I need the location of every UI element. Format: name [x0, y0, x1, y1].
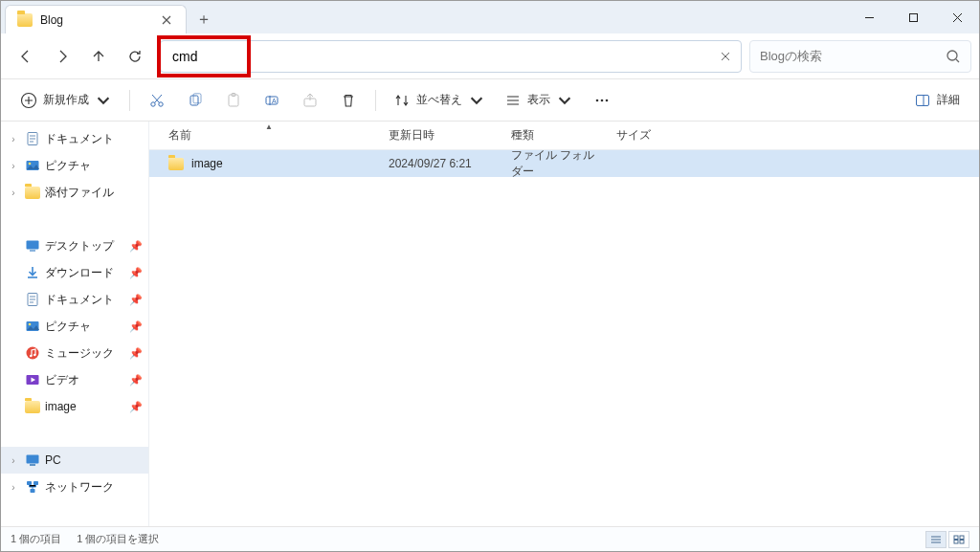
pin-icon[interactable]: 📌: [129, 347, 143, 360]
svg-text:A: A: [272, 98, 277, 104]
folder-icon: [24, 399, 41, 414]
item-count: 1 個の項目: [11, 532, 61, 546]
sidebar-item-label: 添付ファイル: [45, 185, 143, 201]
svg-point-26: [33, 354, 36, 357]
column-headers[interactable]: ▲名前 更新日時 種類 サイズ: [149, 121, 979, 150]
pin-icon[interactable]: 📌: [129, 240, 143, 253]
svg-rect-30: [27, 481, 32, 485]
col-type[interactable]: 種類: [501, 127, 607, 144]
svg-rect-28: [27, 455, 39, 464]
pin-icon[interactable]: 📌: [129, 294, 143, 306]
up-button[interactable]: [81, 39, 116, 74]
navbar: [1, 33, 979, 79]
col-name[interactable]: ▲名前: [159, 127, 379, 144]
forward-button[interactable]: [45, 39, 79, 74]
svg-point-25: [30, 355, 33, 358]
col-date[interactable]: 更新日時: [379, 127, 501, 144]
sidebar-item-label: ドキュメント: [45, 131, 143, 147]
explorer-window: Blog ＋ 新規作成: [0, 0, 980, 552]
selection-count: 1 個の項目を選択: [77, 532, 159, 546]
expand-icon[interactable]: ›: [7, 482, 20, 493]
file-type: ファイル フォルダー: [501, 147, 607, 180]
svg-rect-20: [30, 250, 35, 252]
sidebar-item-desktop[interactable]: デスクトップ 📌: [1, 232, 148, 259]
maximize-button[interactable]: [891, 1, 935, 33]
thumbnails-view-button[interactable]: [948, 531, 969, 548]
clear-address-button[interactable]: [710, 52, 741, 61]
new-tab-button[interactable]: ＋: [187, 5, 221, 33]
svg-point-23: [29, 323, 32, 326]
search-input[interactable]: [760, 49, 946, 63]
tab-current[interactable]: Blog: [5, 5, 187, 33]
sidebar-item-label: ピクチャ: [45, 319, 125, 335]
folder-icon: [24, 185, 41, 200]
share-button[interactable]: [293, 85, 327, 116]
folder-icon: [17, 13, 33, 27]
svg-point-13: [601, 99, 604, 101]
sidebar-item-label: PC: [45, 453, 143, 467]
document-icon: [24, 292, 41, 307]
sidebar-item-pc[interactable]: › PC: [1, 447, 148, 474]
sidebar-item-label: ミュージック: [45, 345, 125, 362]
video-icon: [24, 372, 41, 387]
expand-icon[interactable]: ›: [7, 161, 20, 171]
pin-icon[interactable]: 📌: [129, 320, 143, 333]
col-size[interactable]: サイズ: [607, 127, 674, 144]
expand-icon[interactable]: ›: [7, 188, 20, 198]
back-button[interactable]: [9, 39, 43, 74]
view-button[interactable]: 表示: [497, 85, 581, 116]
paste-button[interactable]: [216, 85, 251, 116]
details-pane-button[interactable]: 詳細: [906, 85, 968, 116]
close-window-button[interactable]: [935, 1, 979, 33]
sidebar[interactable]: › ドキュメント › ピクチャ › 添付ファイル デスクトップ 📌: [1, 121, 149, 526]
sidebar-item-pictures[interactable]: › ピクチャ: [1, 152, 148, 179]
refresh-button[interactable]: [118, 39, 152, 74]
music-icon: [24, 345, 41, 361]
cut-button[interactable]: [140, 85, 174, 116]
sidebar-item-attachments[interactable]: › 添付ファイル: [1, 179, 148, 206]
address-bar[interactable]: [160, 40, 742, 73]
svg-rect-0: [909, 13, 917, 21]
sidebar-item-network[interactable]: › ネットワーク: [1, 474, 148, 500]
file-list: ▲名前 更新日時 種類 サイズ image 2024/09/27 6:21 ファ…: [149, 121, 979, 526]
pin-icon[interactable]: 📌: [129, 374, 143, 386]
sidebar-item-documents-quick[interactable]: ドキュメント 📌: [1, 286, 148, 313]
pin-icon[interactable]: 📌: [129, 267, 143, 279]
address-input[interactable]: [161, 41, 710, 72]
sidebar-item-label: ドキュメント: [45, 292, 125, 308]
minimize-button[interactable]: [847, 1, 891, 33]
pin-icon[interactable]: 📌: [129, 401, 143, 413]
search-box[interactable]: [749, 40, 971, 73]
sidebar-item-music[interactable]: ミュージック 📌: [1, 340, 148, 366]
rename-button[interactable]: A: [255, 85, 289, 116]
file-row[interactable]: image 2024/09/27 6:21 ファイル フォルダー: [149, 150, 979, 177]
expand-icon[interactable]: ›: [7, 455, 20, 466]
svg-rect-34: [960, 536, 964, 540]
more-button[interactable]: [585, 85, 619, 116]
svg-rect-29: [30, 464, 35, 466]
sidebar-item-pictures-quick[interactable]: ピクチャ 📌: [1, 313, 148, 340]
svg-rect-15: [917, 95, 929, 105]
expand-icon[interactable]: ›: [7, 134, 20, 144]
pc-icon: [24, 453, 41, 468]
details-view-button[interactable]: [925, 531, 947, 548]
copy-button[interactable]: [178, 85, 212, 116]
sidebar-item-documents[interactable]: › ドキュメント: [1, 125, 148, 152]
sidebar-item-label: ピクチャ: [45, 158, 143, 174]
titlebar: Blog ＋: [1, 1, 979, 33]
svg-point-14: [606, 99, 609, 101]
document-icon: [24, 131, 41, 146]
picture-icon: [24, 158, 41, 173]
sort-button[interactable]: 並べ替え: [386, 85, 493, 116]
new-button[interactable]: 新規作成: [12, 85, 120, 116]
sidebar-item-label: ネットワーク: [45, 479, 143, 496]
close-tab-button[interactable]: [157, 11, 176, 30]
svg-rect-33: [954, 536, 958, 540]
sidebar-item-image-folder[interactable]: image 📌: [1, 393, 148, 420]
delete-button[interactable]: [331, 85, 366, 116]
svg-rect-36: [960, 540, 964, 543]
svg-point-18: [29, 163, 32, 166]
file-date: 2024/09/27 6:21: [379, 157, 501, 170]
sidebar-item-videos[interactable]: ビデオ 📌: [1, 366, 148, 393]
sidebar-item-downloads[interactable]: ダウンロード 📌: [1, 259, 148, 286]
